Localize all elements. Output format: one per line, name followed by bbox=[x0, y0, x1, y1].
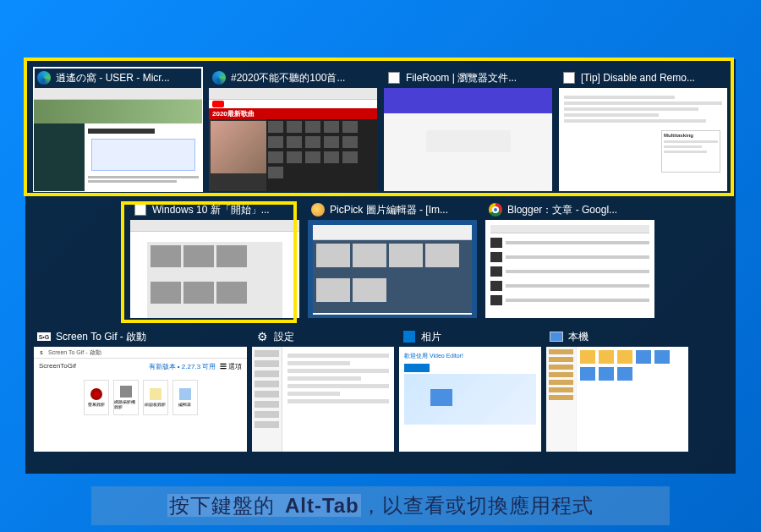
thumbnail bbox=[546, 347, 688, 452]
tile-tip[interactable]: [Tip] Disable and Remo... Multitasking bbox=[559, 68, 727, 191]
thumbnail bbox=[252, 347, 394, 452]
tile-title: Screen To Gif - 啟動 bbox=[56, 330, 244, 344]
tile-edge-user[interactable]: 逍遙の窩 - USER - Micr... bbox=[34, 68, 202, 191]
tile-title: Windows 10 新「開始」... bbox=[152, 203, 296, 217]
thumbnail: 2020最新歌曲 bbox=[209, 88, 377, 191]
chrome-icon bbox=[489, 203, 502, 217]
tile-this-pc[interactable]: 本機 bbox=[546, 326, 688, 452]
row-3: S•G Screen To Gif - 啟動 SScreen To Gif - … bbox=[34, 326, 727, 452]
tile-title: 本機 bbox=[568, 330, 685, 344]
tile-fileroom[interactable]: FileRoom | 瀏覽器文件... bbox=[384, 68, 552, 191]
caption-suffix: ，以查看或切換應用程式 bbox=[361, 494, 594, 517]
task-view-panel: 逍遙の窩 - USER - Micr... #2020不能不聽的100首... bbox=[25, 59, 736, 474]
tile-youtube[interactable]: #2020不能不聽的100首... 2020最新歌曲 bbox=[209, 68, 377, 191]
picpick-icon bbox=[311, 203, 325, 217]
tile-title: 逍遙の窩 - USER - Micr... bbox=[56, 71, 199, 85]
thumbnail bbox=[130, 220, 299, 318]
tab-icon bbox=[562, 71, 576, 85]
thumbnail: SScreen To Gif - 啟動 ScreenToGif 有新版本 • 2… bbox=[34, 347, 247, 452]
edge-icon bbox=[37, 71, 51, 85]
thumbnail: 歡迎使用 Video Editor! bbox=[399, 347, 541, 452]
tile-picpick[interactable]: PicPick 圖片編輯器 - [Im... bbox=[308, 200, 477, 318]
photos-icon bbox=[402, 330, 416, 343]
tile-title: [Tip] Disable and Remo... bbox=[581, 72, 724, 84]
tab-icon bbox=[134, 203, 147, 217]
tile-title: PicPick 圖片編輯器 - [Im... bbox=[330, 203, 474, 217]
stg-icon: S•G bbox=[37, 330, 51, 343]
thumbnail bbox=[308, 220, 477, 318]
edge-icon bbox=[212, 71, 226, 85]
caption-prefix: 按下鍵盤的 bbox=[167, 494, 283, 517]
tile-title: 相片 bbox=[421, 330, 538, 344]
tile-settings[interactable]: ⚙ 設定 bbox=[252, 326, 394, 452]
row-2: Windows 10 新「開始」... PicPick 圖片編輯器 - [Im.… bbox=[130, 200, 727, 318]
thumbnail bbox=[485, 220, 654, 318]
thumbnail bbox=[34, 88, 202, 191]
tile-title: FileRoom | 瀏覽器文件... bbox=[406, 71, 549, 85]
caption-key: Alt-Tab bbox=[283, 494, 361, 517]
tab-icon bbox=[387, 71, 401, 85]
tile-win10-start[interactable]: Windows 10 新「開始」... bbox=[130, 200, 299, 318]
tile-screentogif[interactable]: S•G Screen To Gif - 啟動 SScreen To Gif - … bbox=[34, 326, 247, 452]
pc-icon bbox=[550, 330, 563, 343]
thumbnail: Multitasking bbox=[559, 88, 727, 191]
thumbnail bbox=[384, 88, 552, 191]
tile-title: Blogger：文章 - Googl... bbox=[507, 203, 651, 217]
gear-icon: ⚙ bbox=[255, 330, 269, 343]
tile-blogger[interactable]: Blogger：文章 - Googl... bbox=[485, 200, 654, 318]
tile-title: 設定 bbox=[274, 330, 391, 344]
tile-title: #2020不能不聽的100首... bbox=[231, 71, 374, 85]
instruction-caption: 按下鍵盤的 Alt-Tab，以查看或切換應用程式 bbox=[91, 486, 670, 525]
row-1: 逍遙の窩 - USER - Micr... #2020不能不聽的100首... bbox=[34, 68, 727, 191]
tile-photos[interactable]: 相片 歡迎使用 Video Editor! bbox=[399, 326, 541, 452]
